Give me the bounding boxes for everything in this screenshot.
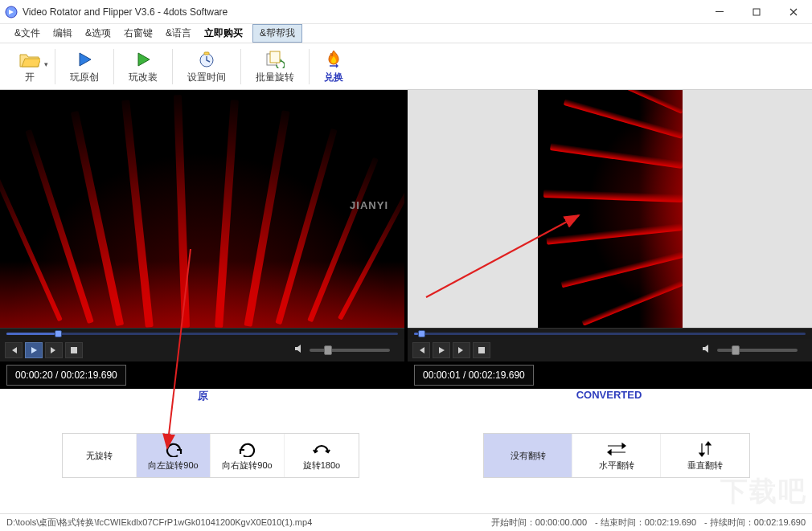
rotate-none-label: 无旋转	[86, 450, 113, 462]
volume-slider[interactable]	[717, 349, 798, 352]
dropdown-arrow-icon[interactable]: ▾	[44, 60, 48, 68]
menu-help[interactable]: &帮帮我	[252, 24, 302, 43]
next-button[interactable]	[45, 342, 63, 358]
flip-none-button[interactable]: 没有翻转	[484, 434, 572, 477]
statusbar: D:\tools\桌面\格式转换\fcCWIEkdlx07CFrP1wGk010…	[0, 513, 812, 531]
toolbar-separator	[240, 49, 241, 84]
rotate-right90-label: 向右旋转90o	[222, 460, 272, 472]
menu-options[interactable]: &选项	[79, 24, 117, 43]
volume-slider[interactable]	[310, 349, 390, 352]
svg-rect-6	[270, 51, 280, 63]
converted-controls	[408, 339, 812, 361]
flip-vertical-label: 垂直翻转	[687, 460, 723, 472]
flame-convert-icon	[325, 48, 342, 71]
flip-group: 没有翻转 水平翻转 垂直翻转	[483, 433, 750, 478]
stop-button[interactable]	[473, 342, 490, 358]
rotate-left90-label: 向左旋转90o	[148, 460, 198, 472]
svg-rect-7	[71, 347, 77, 353]
flip-vertical-button[interactable]: 垂直翻转	[661, 434, 749, 477]
close-button[interactable]	[775, 0, 812, 23]
flip-horizontal-button[interactable]: 水平翻转	[572, 434, 661, 477]
converted-seekbar[interactable]	[408, 328, 812, 339]
svg-rect-8	[478, 347, 485, 353]
minimize-button[interactable]	[701, 0, 738, 23]
toolbar-separator	[172, 49, 173, 84]
toolbar-separator	[55, 49, 55, 84]
play-blue-icon	[76, 48, 93, 71]
open-label: 开	[25, 71, 35, 84]
rotate-180-label: 旋转180o	[303, 460, 340, 472]
rotate-180-icon	[311, 440, 332, 458]
play-original-label: 玩原创	[70, 71, 99, 84]
toolbar-separator	[309, 49, 310, 84]
play-converted-label: 玩改装	[129, 71, 158, 84]
prev-button[interactable]	[412, 342, 430, 358]
pane-labels: 原 CONVERTED	[0, 389, 812, 408]
batch-rotate-label: 批量旋转	[256, 71, 294, 84]
menu-contextmenu[interactable]: 右窗键	[117, 24, 159, 43]
play-original-button[interactable]: 玩原创	[59, 46, 110, 88]
next-button[interactable]	[453, 342, 470, 358]
play-converted-button[interactable]: 玩改装	[117, 46, 169, 88]
rotation-group: 无旋转 向左旋转90o 向右旋转90o 旋转180o	[62, 433, 359, 478]
converted-time-row: 00:00:01 / 00:02:19.690	[408, 361, 812, 389]
titlebar: Video Rotator and Flipper V3.6 - 4dots S…	[0, 0, 812, 24]
converted-time-display: 00:00:01 / 00:02:19.690	[414, 365, 534, 386]
svg-rect-1	[716, 11, 724, 12]
status-start: 开始时间：00:00:00.000	[491, 517, 587, 529]
convert-button[interactable]: 兑换	[313, 46, 355, 88]
converted-label: CONVERTED	[406, 389, 812, 408]
menu-file[interactable]: &文件	[8, 24, 47, 43]
rotate-180-button[interactable]: 旋转180o	[285, 434, 359, 477]
original-time-row: 00:00:20 / 00:02:19.690	[0, 361, 404, 389]
video-watermark: JIANYI	[350, 199, 388, 211]
flip-horizontal-icon	[605, 440, 629, 458]
status-filepath: D:\tools\桌面\格式转换\fcCWIEkdlx07CFrP1wGk010…	[6, 517, 483, 529]
menu-edit[interactable]: 编辑	[47, 24, 79, 43]
set-time-button[interactable]: 设置时间	[176, 46, 237, 88]
volume-icon[interactable]	[701, 343, 712, 357]
play-button[interactable]	[25, 342, 43, 358]
clock-icon	[198, 48, 215, 71]
rotate-none-button[interactable]: 无旋转	[63, 434, 137, 477]
rotate-left90-button[interactable]: 向左旋转90o	[137, 434, 211, 477]
set-time-label: 设置时间	[187, 71, 226, 84]
svg-rect-4	[204, 52, 209, 55]
menu-language[interactable]: &语言	[159, 24, 198, 43]
window-title: Video Rotator and Flipper V3.6 - 4dots S…	[23, 6, 701, 18]
flip-vertical-icon	[696, 440, 714, 458]
original-video-pane: JIANYI 00:00:20 / 00:02:19.690	[0, 90, 404, 389]
rotate-left-icon	[163, 440, 184, 458]
toolbar: 开 ▾ 玩原创 玩改装 设置时间 批量旋转 兑换	[0, 43, 812, 90]
rotate-right90-button[interactable]: 向右旋转90o	[211, 434, 285, 477]
volume-icon[interactable]	[293, 343, 305, 357]
stop-button[interactable]	[65, 342, 83, 358]
original-seekbar[interactable]	[0, 328, 404, 339]
app-icon	[5, 6, 18, 18]
toolbar-separator	[113, 49, 114, 84]
folder-open-icon	[19, 48, 40, 71]
prev-button[interactable]	[5, 342, 23, 358]
batch-rotate-icon	[265, 48, 285, 71]
flip-none-label: 没有翻转	[511, 450, 546, 462]
converted-video-canvas[interactable]	[408, 90, 812, 328]
original-label: 原	[0, 389, 406, 408]
original-time-display: 00:00:20 / 00:02:19.690	[6, 365, 126, 386]
video-area: JIANYI 00:00:20 / 00:02:19.690	[0, 90, 812, 389]
svg-rect-2	[753, 9, 760, 15]
batch-rotate-button[interactable]: 批量旋转	[244, 46, 306, 88]
maximize-button[interactable]	[738, 0, 775, 23]
rotate-right-icon	[237, 440, 258, 458]
menu-buy-now[interactable]: 立即购买	[198, 24, 249, 43]
play-button[interactable]	[433, 342, 450, 358]
convert-label: 兑换	[324, 71, 343, 84]
flip-horizontal-label: 水平翻转	[599, 460, 634, 472]
original-video-canvas[interactable]: JIANYI	[0, 90, 404, 328]
converted-video-pane: 00:00:01 / 00:02:19.690	[408, 90, 812, 389]
status-end: - 结束时间：00:02:19.690	[595, 517, 696, 529]
open-button[interactable]: 开 ▾	[8, 46, 51, 88]
options-area: 无旋转 向左旋转90o 向右旋转90o 旋转180o 没有翻转	[0, 408, 812, 503]
status-duration: - 持续时间：00:02:19.690	[704, 517, 806, 529]
menubar: &文件 编辑 &选项 右窗键 &语言 立即购买 &帮帮我	[0, 24, 812, 43]
play-green-icon	[134, 48, 152, 71]
